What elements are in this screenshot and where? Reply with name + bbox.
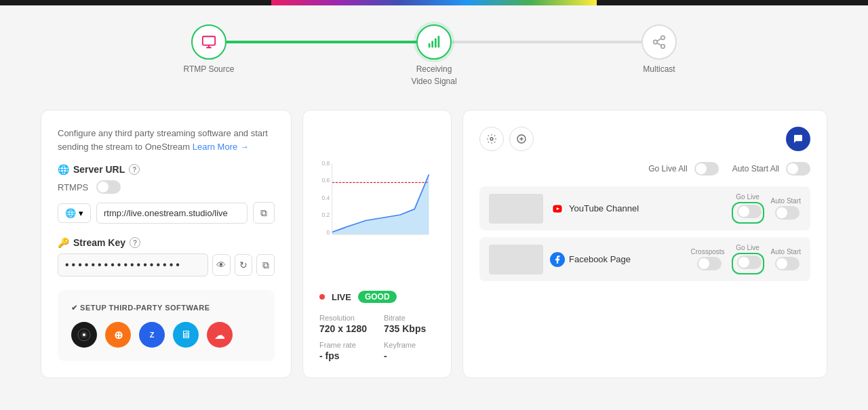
step-multicast-circle[interactable] xyxy=(642,24,677,60)
facebook-auto-start-toggle[interactable] xyxy=(775,257,800,270)
add-channel-button[interactable] xyxy=(509,127,534,151)
dropdown-arrow: ▾ xyxy=(79,208,83,218)
step-multicast: Multicast xyxy=(642,24,677,60)
server-url-input[interactable] xyxy=(96,203,248,224)
step-line-1 xyxy=(226,41,416,43)
copy-icon: ⧉ xyxy=(260,207,267,219)
multicast-card: Go Live All Auto Start All YouTube Chann… xyxy=(462,110,827,378)
multicast-header xyxy=(479,127,810,151)
signal-icon xyxy=(427,35,441,49)
youtube-auto-start-toggle[interactable] xyxy=(775,206,800,220)
copy-key-button[interactable]: ⧉ xyxy=(256,254,275,276)
stat-keyframe: Keyframe - xyxy=(384,341,435,361)
rtmps-toggle[interactable] xyxy=(96,180,121,194)
streamlabs-icon[interactable]: ☁ xyxy=(207,322,233,348)
step-line-2 xyxy=(452,41,642,43)
globe-select[interactable]: 🌐 ▾ xyxy=(58,203,91,223)
stream-key-section: 🔑 Stream Key ? xyxy=(58,237,275,248)
svg-point-23 xyxy=(490,138,493,140)
desktop-icon[interactable]: 🖥 xyxy=(173,322,199,348)
facebook-go-live-group: Go Live xyxy=(732,244,764,274)
youtube-icon xyxy=(550,201,565,216)
refresh-key-button[interactable]: ↻ xyxy=(235,254,253,276)
refresh-icon: ↻ xyxy=(239,260,248,270)
facebook-go-live-toggle[interactable] xyxy=(737,255,762,269)
step-rtmp-circle[interactable] xyxy=(191,24,226,60)
auto-start-all-label: Auto Start All xyxy=(732,164,779,173)
youtube-auto-start-group: Auto Start xyxy=(771,197,801,220)
svg-point-5 xyxy=(661,36,665,40)
global-toggles: Go Live All Auto Start All xyxy=(479,162,810,176)
gear-icon xyxy=(486,134,497,144)
stat-resolution: Resolution 720 x 1280 xyxy=(319,314,370,334)
facebook-crosspost-toggle[interactable] xyxy=(697,257,722,270)
rtmps-row: RTMPS xyxy=(58,180,275,194)
plus-icon xyxy=(516,134,527,144)
facebook-channel-row: Facebook Page Crossposts Go Live Auto St… xyxy=(479,237,810,281)
facebook-auto-start-group: Auto Start xyxy=(771,248,801,270)
svg-text:0.6: 0.6 xyxy=(321,177,330,184)
svg-rect-1 xyxy=(429,43,431,47)
youtube-channel-row: YouTube Channel Go Live Auto Start xyxy=(479,186,810,230)
svg-text:Z: Z xyxy=(150,331,155,339)
rtmps-label: RTMPS xyxy=(58,182,88,192)
stream-key-row: 👁 ↻ ⧉ xyxy=(58,253,275,276)
server-url-info-icon[interactable]: ? xyxy=(129,164,140,175)
auto-start-all-toggle[interactable] xyxy=(786,162,810,176)
facebook-channel-actions: Crossposts Go Live Auto Start xyxy=(691,244,801,274)
wizard-steps: RTMP Source ReceivingVideo Signal xyxy=(0,5,868,69)
server-url-section: 🌐 Server URL ? xyxy=(58,164,275,175)
svg-point-6 xyxy=(654,40,658,44)
zoom-icon[interactable]: Z xyxy=(139,322,165,348)
eye-icon: 👁 xyxy=(216,260,226,270)
monitor-icon xyxy=(201,35,216,49)
chat-button[interactable] xyxy=(786,127,810,151)
svg-rect-4 xyxy=(438,36,440,47)
settings-button[interactable] xyxy=(479,127,504,151)
svg-line-8 xyxy=(657,43,661,45)
copy-url-button[interactable]: ⧉ xyxy=(253,202,275,224)
app-icons: ⊕ Z 🖥 ☁ xyxy=(71,322,261,348)
learn-more-link[interactable]: Learn More → xyxy=(193,142,249,152)
key-icon: 🔑 xyxy=(58,237,69,248)
stats-grid: Resolution 720 x 1280 Bitrate 735 Kbps F… xyxy=(319,314,435,361)
rtmp-description: Configure any third party streaming soft… xyxy=(58,127,275,153)
svg-line-9 xyxy=(657,39,661,41)
toggle-visibility-button[interactable]: 👁 xyxy=(212,254,231,276)
go-live-all-row: Go Live All xyxy=(648,162,718,176)
youtube-thumbnail xyxy=(489,194,543,224)
setup-section: ✔ SETUP THIRD-PARTY SOFTWARE ⊕ Z xyxy=(58,290,275,361)
step-signal-circle[interactable] xyxy=(416,24,452,60)
live-dot xyxy=(319,294,325,300)
url-input-row: 🌐 ▾ ⧉ xyxy=(58,202,275,224)
globe-select-icon: 🌐 xyxy=(65,208,76,218)
youtube-go-live-toggle[interactable] xyxy=(737,205,762,218)
svg-point-12 xyxy=(83,333,85,336)
go-live-all-toggle[interactable] xyxy=(694,162,719,176)
facebook-channel-info: Facebook Page xyxy=(550,252,684,267)
rtmp-card: Configure any third party streaming soft… xyxy=(41,110,292,378)
bitrate-chart: 0.8 0.6 0.4 0.2 0 xyxy=(319,127,435,280)
auto-start-all-row: Auto Start All xyxy=(732,162,810,176)
youtube-channel-name: YouTube Channel xyxy=(569,203,639,213)
svg-text:0.8: 0.8 xyxy=(321,160,330,167)
youtube-channel-actions: Go Live Auto Start xyxy=(732,193,801,224)
youtube-channel-info: YouTube Channel xyxy=(550,201,725,216)
facebook-channel-name: Facebook Page xyxy=(569,254,631,264)
obs-icon[interactable] xyxy=(71,322,97,348)
stat-framerate: Frame rate - fps xyxy=(319,341,370,361)
svg-text:0: 0 xyxy=(327,229,330,236)
svg-rect-3 xyxy=(435,39,437,48)
stream-key-info-icon[interactable]: ? xyxy=(130,237,140,248)
quality-badge: GOOD xyxy=(358,291,397,303)
live-row: LIVE GOOD xyxy=(319,291,435,303)
svg-point-7 xyxy=(661,45,665,49)
facebook-icon xyxy=(550,252,565,267)
go-live-all-label: Go Live All xyxy=(648,164,687,173)
stream-key-input[interactable] xyxy=(58,253,208,276)
streamyard-icon[interactable]: ⊕ xyxy=(105,322,131,348)
signal-card: 0.8 0.6 0.4 0.2 0 LIVE GOOD xyxy=(302,110,452,378)
step-rtmp: RTMP Source xyxy=(191,24,226,60)
svg-text:0.4: 0.4 xyxy=(321,194,330,201)
youtube-go-live-toggle-wrapper xyxy=(732,202,764,224)
